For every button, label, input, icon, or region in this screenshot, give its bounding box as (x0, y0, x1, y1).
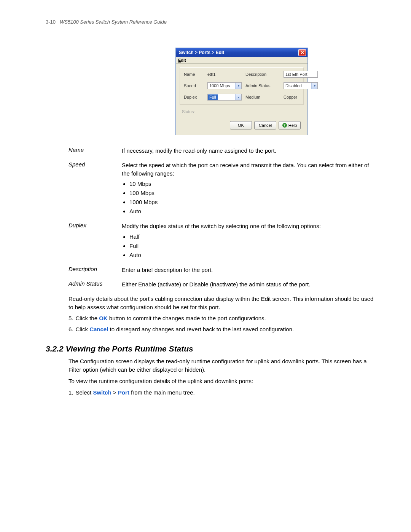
description-label: Description (245, 72, 280, 77)
page: 3-10 WS5100 Series Switch System Referen… (0, 0, 411, 532)
list-item: 1000 Mbps (129, 198, 377, 206)
dialog-menubar: Edit (176, 57, 307, 64)
menu-edit[interactable]: Edit (178, 58, 186, 62)
dialog-figure: Switch > Ports > Edit ✕ Edit Name eth1 D… (107, 48, 377, 135)
def-term: Duplex (68, 222, 114, 260)
step-text: button to commit the changes made to the… (108, 315, 266, 321)
dialog-body: Name eth1 Description 1st Eth Port Speed… (176, 64, 307, 135)
name-value: eth1 (207, 72, 242, 77)
def-row-description: Description Enter a brief description fo… (68, 266, 377, 274)
def-desc: Enter a brief description for the port. (122, 266, 377, 274)
duplex-value: Full (208, 94, 218, 100)
speed-select[interactable]: 1000 Mbps ▾ (207, 82, 242, 89)
edit-dialog: Switch > Ports > Edit ✕ Edit Name eth1 D… (175, 48, 308, 135)
step-1: 1. Select Switch > Port from the main me… (68, 388, 377, 397)
step-text: Click the (76, 315, 99, 321)
def-term: Description (68, 266, 114, 274)
help-icon: ? (282, 123, 287, 128)
def-desc: Either Enable (activate) or Disable (ina… (122, 280, 377, 289)
def-row-speed: Speed Select the speed at which the port… (68, 161, 377, 216)
list-item: 10 Mbps (129, 180, 377, 188)
step-bold: Switch (93, 389, 111, 396)
def-desc: If necessary, modify the read-only name … (122, 147, 377, 155)
dialog-title: Switch > Ports > Edit (179, 50, 224, 55)
step-number: 1. (68, 388, 73, 397)
doc-title: WS5100 Series Switch System Reference Gu… (60, 19, 167, 25)
def-desc: Modify the duplex status of the switch b… (122, 222, 377, 260)
dialog-button-row: OK Cancel ? Help (180, 117, 304, 133)
step-text: Click (76, 326, 90, 332)
page-header: 3-10 WS5100 Series Switch System Referen… (46, 19, 377, 25)
medium-label: Medium (245, 95, 280, 99)
close-icon[interactable]: ✕ (298, 49, 306, 56)
admin-status-select[interactable]: Disabled ▾ (284, 82, 318, 89)
admin-status-value: Disabled (284, 83, 303, 88)
step-bold: OK (99, 315, 108, 321)
page-number: 3-10 (46, 19, 56, 25)
status-label: Status: (180, 109, 303, 117)
step-bold: Port (118, 389, 129, 396)
medium-value: Copper (284, 95, 318, 99)
paragraph: Read-only details about the port's cabli… (68, 295, 377, 312)
name-label: Name (184, 72, 204, 77)
def-term: Name (68, 147, 114, 155)
step-text: > (112, 389, 118, 396)
step-text: to disregard any changes and revert back… (108, 326, 294, 332)
chevron-down-icon: ▾ (311, 83, 317, 89)
duplex-select[interactable]: Full ▾ (207, 94, 242, 101)
field-group: Name eth1 Description 1st Eth Port Speed… (180, 67, 304, 105)
def-term: Admin Status (68, 280, 114, 289)
step-5: 5. Click the OK button to commit the cha… (68, 314, 377, 323)
paragraph: The Configuration screen displays the re… (68, 357, 377, 374)
ok-button[interactable]: OK (230, 121, 252, 129)
def-desc-text: Select the speed at which the port can r… (122, 162, 369, 177)
step-bold: Cancel (89, 326, 108, 332)
speed-value: 1000 Mbps (208, 83, 231, 88)
list-item: 100 Mbps (129, 189, 377, 197)
def-row-admin-status: Admin Status Either Enable (activate) or… (68, 280, 377, 289)
help-button[interactable]: ? Help (279, 121, 301, 129)
help-button-label: Help (288, 123, 297, 128)
def-desc: Select the speed at which the port can r… (122, 161, 377, 216)
definition-table: Name If necessary, modify the read-only … (68, 147, 377, 289)
step-number: 6. (68, 325, 73, 334)
description-input[interactable]: 1st Eth Port (284, 71, 318, 78)
def-list: Half Full Auto (122, 233, 377, 259)
def-desc-text: Modify the duplex status of the switch b… (122, 223, 321, 229)
speed-label: Speed (184, 83, 204, 88)
dialog-titlebar: Switch > Ports > Edit ✕ (176, 48, 307, 57)
cancel-button[interactable]: Cancel (254, 121, 276, 129)
def-term: Speed (68, 161, 114, 216)
duplex-label: Duplex (184, 95, 204, 99)
step-number: 5. (68, 314, 73, 323)
def-list: 10 Mbps 100 Mbps 1000 Mbps Auto (122, 180, 377, 215)
step-text: Select (76, 389, 93, 396)
admin-status-label: Admin Status (245, 83, 280, 88)
list-item: Auto (129, 207, 377, 216)
step-text: from the main menu tree. (129, 389, 195, 396)
section-heading: 3.2.2 Viewing the Ports Runtime Status (46, 344, 377, 353)
list-item: Auto (129, 251, 377, 259)
def-row-name: Name If necessary, modify the read-only … (68, 147, 377, 155)
def-row-duplex: Duplex Modify the duplex status of the s… (68, 222, 377, 260)
step-6: 6. Click Cancel to disregard any changes… (68, 325, 377, 334)
list-item: Half (129, 233, 377, 241)
chevron-down-icon: ▾ (235, 94, 241, 100)
list-item: Full (129, 242, 377, 250)
paragraph: To view the runtime configuration detail… (68, 377, 377, 385)
chevron-down-icon: ▾ (235, 83, 241, 89)
